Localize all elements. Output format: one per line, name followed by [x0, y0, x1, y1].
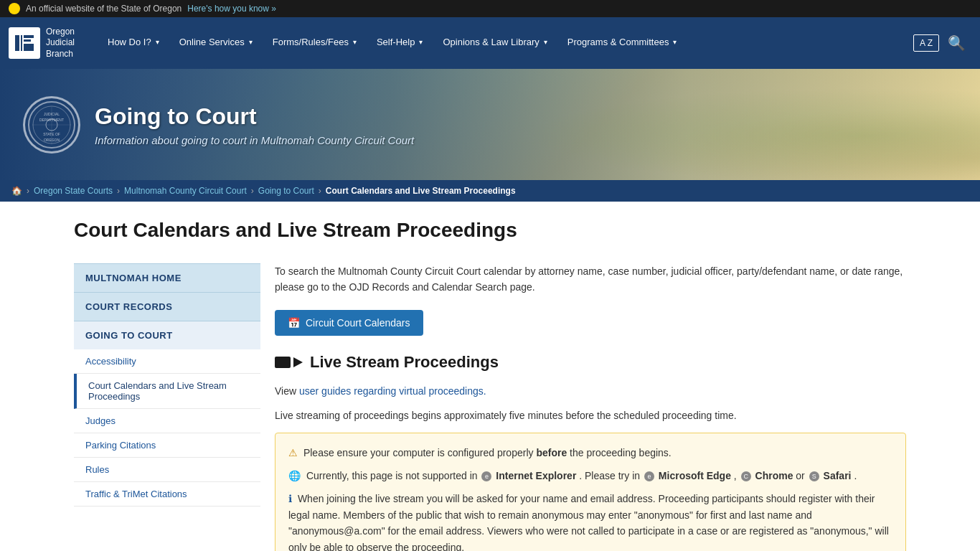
svg-rect-0 [15, 35, 19, 51]
breadcrumb-going-to-court[interactable]: Going to Court [258, 186, 314, 196]
chevron-down-icon: ▾ [249, 38, 253, 46]
lang-toggle-button[interactable]: A Z [913, 34, 939, 52]
nav-logo-text: Oregon Judicial Branch [46, 27, 75, 60]
seal-svg: JUDICIAL DEPARTMENT STATE OF OREGON [27, 100, 77, 150]
breadcrumb-current: Court Calendars and Live Stream Proceedi… [326, 186, 516, 196]
ojb-logo-svg [14, 32, 35, 54]
content-layout: MULTNOMAH HOME COURT RECORDS GOING TO CO… [74, 263, 906, 551]
intro-text: To search the Multnomah County Circuit C… [275, 263, 906, 296]
hero-subtitle: Information about going to court in Mult… [95, 134, 414, 146]
chevron-down-icon: ▾ [544, 38, 547, 46]
hero-text: Going to Court Information about going t… [95, 103, 414, 146]
video-camera-icon [275, 357, 303, 368]
nav-how-do-i[interactable]: How Do I? ▾ [98, 17, 169, 69]
user-guides-link[interactable]: user guides regarding virtual proceeding… [299, 385, 486, 397]
svg-rect-1 [21, 35, 22, 51]
safari-icon: S [809, 471, 819, 481]
notice-browser: 🌐 Currently, this page is not supported … [288, 468, 892, 484]
home-icon[interactable]: 🏠 [11, 186, 22, 196]
info-icon: ℹ [288, 493, 292, 504]
breadcrumb-sep: › [117, 186, 120, 196]
breadcrumb-multnomah[interactable]: Multnomah County Circuit Court [124, 186, 247, 196]
hero-banner: JUDICIAL DEPARTMENT STATE OF OREGON Goin… [0, 69, 980, 180]
live-stream-heading: Live Stream Proceedings [275, 353, 906, 372]
top-bar: An official website of the State of Oreg… [0, 0, 980, 17]
live-stream-desc: Live streaming of proceedings begins app… [275, 408, 906, 423]
nav-self-help[interactable]: Self-Help ▾ [367, 17, 433, 69]
logo-icon [9, 27, 40, 59]
svg-rect-2 [24, 35, 34, 38]
breadcrumb-sep: › [27, 186, 29, 196]
sidebar-section-multnomah: MULTNOMAH HOME [74, 263, 260, 292]
content-area: To search the Multnomah County Circuit C… [275, 263, 906, 551]
edge-icon: e [644, 471, 654, 481]
nav-opinions-law-library[interactable]: Opinions & Law Library ▾ [433, 17, 557, 69]
top-bar-text: An official website of the State of Oreg… [26, 4, 182, 14]
sidebar-going-to-court-title: GOING TO COURT [74, 321, 260, 349]
sidebar-section-court-records: COURT RECORDS [74, 292, 260, 321]
hero-title: Going to Court [95, 103, 414, 130]
chevron-down-icon: ▾ [419, 38, 423, 46]
browser-icon: 🌐 [288, 470, 301, 481]
sidebar-section-going-to-court: GOING TO COURT Accessibility Court Calen… [74, 321, 260, 507]
nav-programs-committees[interactable]: Programs & Committees ▾ [557, 17, 687, 69]
view-guides-text: View user guides regarding virtual proce… [275, 383, 906, 399]
nav-online-services[interactable]: Online Services ▾ [169, 17, 263, 69]
court-seal: JUDICIAL DEPARTMENT STATE OF OREGON [23, 96, 80, 154]
sidebar: MULTNOMAH HOME COURT RECORDS GOING TO CO… [74, 263, 260, 551]
chrome-icon: C [741, 471, 751, 481]
how-to-know-link[interactable]: Here's how you know » [187, 4, 276, 14]
notice-box: ⚠ Please ensure your computer is configu… [275, 433, 906, 551]
main-container: Court Calendars and Live Stream Proceedi… [60, 202, 920, 551]
nav-forms-rules-fees[interactable]: Forms/Rules/Fees ▾ [263, 17, 367, 69]
chevron-down-icon: ▾ [673, 38, 677, 46]
page-title: Court Calendars and Live Stream Proceedi… [74, 219, 906, 249]
breadcrumb-sep: › [251, 186, 254, 196]
svg-rect-3 [24, 39, 31, 42]
sidebar-item-court-calendars[interactable]: Court Calendars and Live Stream Proceedi… [74, 374, 260, 409]
sidebar-item-judges[interactable]: Judges [74, 409, 260, 433]
calendar-icon: 📅 [288, 317, 300, 329]
state-icon [9, 3, 20, 14]
notice-anonymous: ℹ When joining the live stream you will … [288, 491, 892, 551]
sidebar-item-parking-citations[interactable]: Parking Citations [74, 433, 260, 458]
chevron-down-icon: ▾ [353, 38, 357, 46]
nav-logo[interactable]: Oregon Judicial Branch [9, 27, 80, 60]
sidebar-multnomah-home-title[interactable]: MULTNOMAH HOME [74, 263, 260, 292]
ie-icon: e [481, 471, 491, 481]
nav-items: How Do I? ▾ Online Services ▾ Forms/Rule… [98, 17, 908, 69]
breadcrumb-oregon-courts[interactable]: Oregon State Courts [34, 186, 113, 196]
chevron-down-icon: ▾ [156, 38, 159, 46]
breadcrumb-sep: › [319, 186, 321, 196]
sidebar-item-rules[interactable]: Rules [74, 458, 260, 482]
sidebar-item-accessibility[interactable]: Accessibility [74, 349, 260, 374]
notice-config: ⚠ Please ensure your computer is configu… [288, 445, 892, 461]
sidebar-item-traffic-trimet[interactable]: Traffic & TriMet Citations [74, 482, 260, 507]
main-nav: Oregon Judicial Branch How Do I? ▾ Onlin… [0, 17, 980, 69]
warning-icon: ⚠ [288, 447, 298, 458]
search-button[interactable]: 🔍 [942, 29, 971, 57]
svg-rect-4 [24, 44, 34, 51]
sidebar-court-records-title[interactable]: COURT RECORDS [74, 292, 260, 321]
circuit-court-calendars-button[interactable]: 📅 Circuit Court Calendars [275, 310, 423, 336]
breadcrumb: 🏠 › Oregon State Courts › Multnomah Coun… [0, 180, 980, 202]
nav-right: A Z 🔍 [913, 29, 971, 57]
